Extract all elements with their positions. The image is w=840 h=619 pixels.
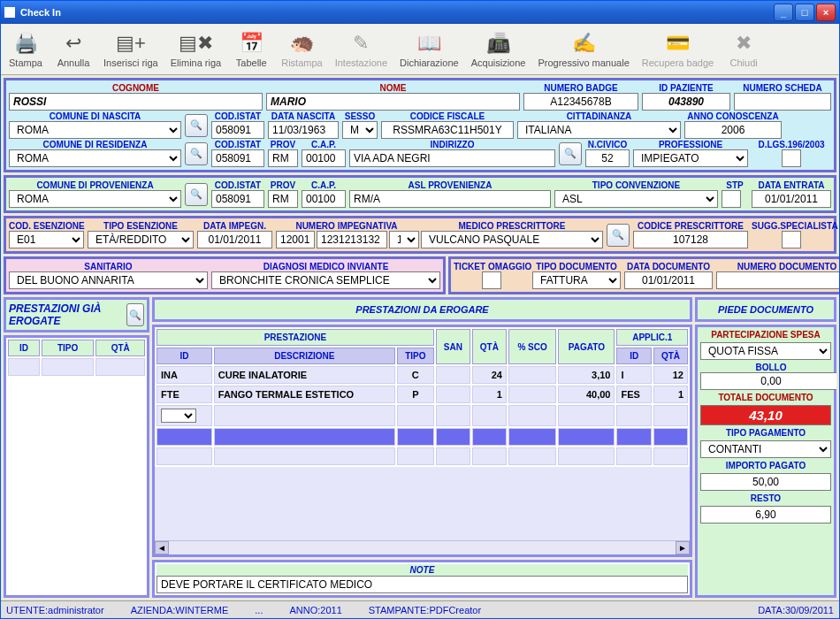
main-window: Check In _ □ × 🖨️Stampa↩Annulla▤+Inseris… [0,0,840,619]
input-numimp1[interactable] [276,231,315,248]
toolbar-ristampa: 🦔Ristampa [276,26,327,73]
window-title: Check In [20,7,61,18]
grid-hscrollbar[interactable]: ◄ ► [155,540,690,554]
select-citt[interactable]: ITALIANA [517,121,681,139]
toolbar-tabelle[interactable]: 📅Tabelle [228,26,274,73]
select-sesso[interactable]: M [342,121,378,139]
check-suggspec[interactable] [782,231,801,248]
input-cap2[interactable] [302,149,346,167]
select-medpre[interactable]: VULCANO PASQUALE [421,231,603,248]
label-imppag: IMPORTO PAGATO [700,461,831,470]
toolbar-acquisizione[interactable]: 📠Acquisizione [466,26,531,73]
input-codistat1[interactable] [211,121,264,139]
scroll-left-icon[interactable]: ◄ [155,541,169,554]
toolbar-stampa[interactable]: 🖨️Stampa [3,26,49,73]
label-ticket: TICKET OMAGGIO [454,262,529,271]
status-data: DATA:30/09/2011 [758,605,834,615]
table-row[interactable]: FTEFANGO TERMALE ESTETICOP140,00FES1 [157,386,688,403]
col-id: ID [8,340,40,356]
select-numimp3[interactable]: 1 [389,231,419,248]
select-comnascita[interactable]: ROMA [9,121,181,139]
select-partspesa[interactable]: QUOTA FISSA [700,342,831,360]
maximize-button[interactable]: □ [795,4,814,21]
input-indirizzo[interactable] [349,149,555,167]
input-cognome[interactable] [9,93,263,111]
label-dlgs: D.LGS.196/2003 [752,140,831,149]
input-codistat2[interactable] [211,149,264,167]
panel-anagrafica: COGNOME NOME NUMERO BADGE ID PAZIENTE NU… [4,78,836,172]
select-diagnosi[interactable]: BRONCHITE CRONICA SEMPLICE [211,271,440,289]
toolbar-annulla[interactable]: ↩Annulla [50,26,96,73]
input-nome[interactable] [266,93,520,111]
search-comprov-button[interactable]: 🔍 [185,183,208,206]
search-indirizzo-button[interactable]: 🔍 [559,142,582,165]
label-sec-piede: PIEDE DOCUMENTO [718,304,813,315]
select-tipopag[interactable]: CONTANTI [700,440,831,458]
input-dataimp[interactable] [197,231,272,248]
input-cf[interactable] [381,121,514,139]
select-sanitario[interactable]: DEL BUONO ANNARITA [9,271,208,289]
input-note[interactable] [157,576,688,593]
input-datadoc[interactable] [624,271,713,289]
select-prof[interactable]: IMPIEGATO [633,149,748,167]
select-comprov[interactable]: ROMA [9,190,181,208]
select-tipoesen[interactable]: ETÀ/REDDITO [88,231,194,248]
toolbar-label: Dichiarazione [400,57,459,68]
status-dots: ... [255,605,263,615]
input-codistat3[interactable] [211,190,264,208]
toolbar-inserisci-riga[interactable]: ▤+Inserisci riga [98,26,164,73]
input-prov3[interactable] [268,190,298,208]
status-utente: UTENTE:administrator [6,605,104,615]
section-prestazioni-erogate: PRESTAZIONI GIÀ EROGATE 🔍 [4,297,149,332]
input-numdoc[interactable] [716,271,839,289]
toolbar-icon: ↩ [61,31,86,56]
input-bollo[interactable] [700,372,836,390]
toolbar-progressivo-manuale[interactable]: ✍Progressivo manuale [532,26,634,73]
table-row[interactable]: INACURE INALATORIEC243,10I12 [157,366,688,384]
select-tipodoc[interactable]: FATTURA [532,271,621,289]
input-ncivico[interactable] [585,149,630,167]
input-imppag[interactable] [700,473,831,491]
close-button[interactable]: × [816,4,836,21]
label-cf: CODICE FISCALE [381,111,514,121]
input-resto[interactable] [700,506,831,523]
check-stp[interactable] [722,190,741,208]
input-numscheda[interactable] [734,93,831,111]
input-datanascita[interactable] [268,121,339,139]
search-prestazioni-erogate-button[interactable]: 🔍 [126,303,144,326]
label-datanascita: DATA NASCITA [268,111,339,121]
select-codesen[interactable]: E01 [9,231,84,248]
minimize-button[interactable]: _ [774,4,793,21]
input-prov2[interactable] [268,149,298,167]
toolbar-label: Annulla [57,57,90,68]
input-codpre[interactable] [633,231,748,248]
check-ticket[interactable] [482,271,501,289]
input-anno[interactable] [684,121,782,139]
col-tipo: TIPO [42,340,95,356]
label-sec-note: NOTE [157,564,688,576]
colgroup-prestazione: PRESTAZIONE [157,329,434,346]
select-comres[interactable]: ROMA [9,149,181,167]
input-cap3[interactable] [302,190,346,208]
check-dlgs[interactable] [782,149,801,167]
search-comres-button[interactable]: 🔍 [185,142,208,165]
input-idpaz[interactable] [642,93,730,111]
scroll-right-icon[interactable]: ► [676,541,690,554]
input-numbadge[interactable] [523,93,638,111]
search-medpre-button[interactable]: 🔍 [607,224,630,247]
search-comnascita-button[interactable]: 🔍 [185,114,208,137]
select-tipoconv[interactable]: ASL [554,190,718,208]
label-dataimp: DATA IMPEGN. [197,221,272,231]
toolbar-elimina-riga[interactable]: ▤✖Elimina riga [165,26,226,73]
label-prov3: PROV [268,180,298,190]
toolbar-dichiarazione[interactable]: 📖Dichiarazione [394,26,464,73]
status-bar: UTENTE:administrator AZIENDA:WINTERME ..… [1,600,839,618]
input-numimp2[interactable] [317,231,387,248]
input-dataentr[interactable] [752,190,831,208]
label-suggspec: SUGG.SPECIALISTA [752,221,831,231]
label-codesen: COD. ESENZIONE [9,221,84,231]
new-row-combo[interactable] [161,409,196,423]
input-aslprov[interactable] [349,190,551,208]
toolbar-icon: 📠 [486,31,511,56]
label-cognome: COGNOME [9,83,263,93]
